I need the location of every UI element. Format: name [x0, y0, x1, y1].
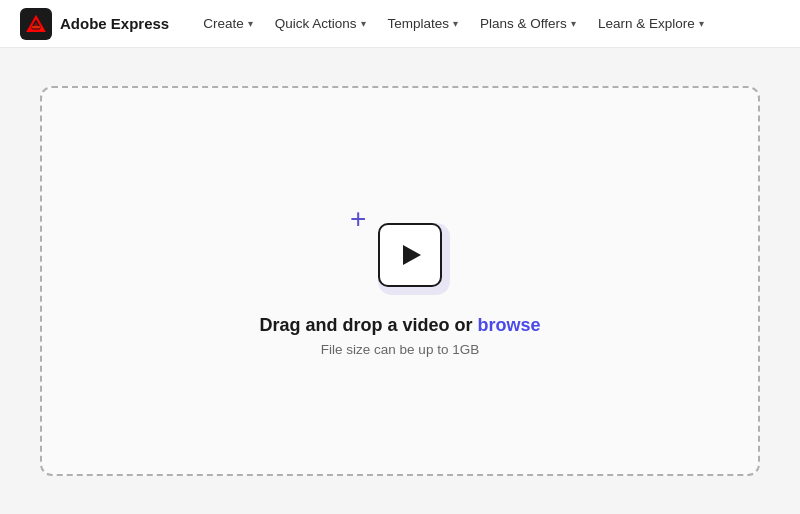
- nav-label-create: Create: [203, 16, 244, 31]
- chevron-down-icon: ▾: [361, 18, 366, 29]
- upload-icon-area: +: [350, 205, 450, 295]
- drop-zone-text: Drag and drop a video or browse File siz…: [259, 315, 540, 357]
- nav-label-templates: Templates: [388, 16, 450, 31]
- video-icon: [378, 223, 442, 287]
- nav-label-quick-actions: Quick Actions: [275, 16, 357, 31]
- nav-label-plans-offers: Plans & Offers: [480, 16, 567, 31]
- video-drop-zone[interactable]: + Drag and drop a video or browse File s…: [40, 86, 760, 476]
- chevron-down-icon: ▾: [699, 18, 704, 29]
- drop-prompt-text: Drag and drop a video or: [259, 315, 477, 335]
- chevron-down-icon: ▾: [453, 18, 458, 29]
- brand-name: Adobe Express: [60, 15, 169, 32]
- adobe-logo-icon: [20, 8, 52, 40]
- navbar: Adobe Express Create ▾ Quick Actions ▾ T…: [0, 0, 800, 48]
- plus-icon: +: [350, 205, 366, 233]
- nav-item-plans-offers[interactable]: Plans & Offers ▾: [470, 10, 586, 37]
- play-triangle-icon: [403, 245, 421, 265]
- file-size-hint: File size can be up to 1GB: [259, 342, 540, 357]
- chevron-down-icon: ▾: [248, 18, 253, 29]
- nav-item-quick-actions[interactable]: Quick Actions ▾: [265, 10, 376, 37]
- logo-area[interactable]: Adobe Express: [20, 8, 169, 40]
- chevron-down-icon: ▾: [571, 18, 576, 29]
- nav-item-create[interactable]: Create ▾: [193, 10, 263, 37]
- nav-item-learn-explore[interactable]: Learn & Explore ▾: [588, 10, 714, 37]
- drop-prompt: Drag and drop a video or browse: [259, 315, 540, 336]
- nav-label-learn-explore: Learn & Explore: [598, 16, 695, 31]
- nav-item-templates[interactable]: Templates ▾: [378, 10, 469, 37]
- main-content: + Drag and drop a video or browse File s…: [0, 48, 800, 514]
- nav-items: Create ▾ Quick Actions ▾ Templates ▾ Pla…: [193, 10, 713, 37]
- browse-link[interactable]: browse: [478, 315, 541, 335]
